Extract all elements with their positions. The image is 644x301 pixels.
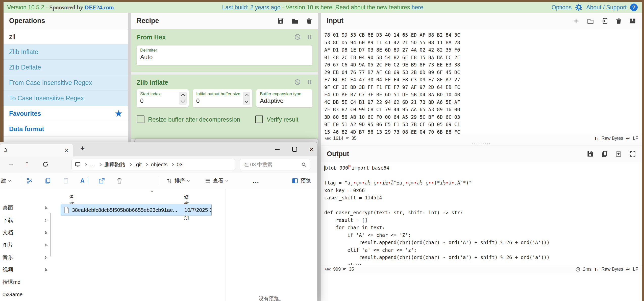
category-data-format[interactable]: Data format	[4, 121, 128, 137]
options-button[interactable]: Options	[552, 4, 572, 11]
checkbox-box[interactable]	[137, 115, 144, 123]
file-row-selected[interactable]: 38eafdebfc8dcb5f505b8b6655eb23cb91ae... …	[61, 204, 212, 216]
output-encoding[interactable]: Raw Bytes	[602, 267, 623, 272]
breadcrumb-item[interactable]: .git	[135, 161, 142, 168]
output-code-line	[324, 202, 642, 209]
io-splitter-handle[interactable]: ·········	[321, 143, 642, 146]
category-favourites[interactable]: Favourites ★	[4, 106, 128, 121]
save-recipe-icon[interactable]	[277, 17, 284, 25]
clear-input-trash-icon[interactable]	[615, 17, 622, 25]
control-char: NUL	[348, 165, 352, 169]
operation-list-item[interactable]: Zlib Deflate	[4, 60, 128, 75]
breakpoint-pause-icon[interactable]	[307, 79, 312, 85]
maximize-button[interactable]	[292, 147, 297, 152]
breadcrumb-item[interactable]: objects	[151, 161, 168, 168]
view-button[interactable]: 查看	[205, 173, 228, 189]
input-settings-grid-icon[interactable]	[629, 17, 636, 25]
sidebar-item-7[interactable]: 授课md	[3, 277, 48, 287]
cut-scissors-icon[interactable]	[26, 173, 33, 189]
output-eol[interactable]: LF	[633, 267, 638, 272]
verify-result-checkbox[interactable]: Verify result	[255, 115, 298, 123]
notice-text: - Version 10 is here! Read about the new…	[281, 4, 412, 11]
search-icon[interactable]	[301, 162, 306, 167]
disable-op-icon[interactable]	[294, 79, 301, 85]
sidebar-item-1[interactable]: 桌面	[3, 203, 48, 212]
clear-recipe-trash-icon[interactable]	[306, 17, 312, 25]
here-link[interactable]: here	[412, 4, 423, 11]
operations-search-input[interactable]	[4, 33, 128, 41]
up-button[interactable]: ↑	[25, 159, 29, 168]
input-editor[interactable]: 78 01 9D 53 CB 6E D3 40 14 65 ED AF B8 B…	[321, 29, 642, 136]
sponsor-link[interactable]: DEF24.com	[85, 4, 114, 11]
open-folder-icon[interactable]	[587, 17, 594, 25]
delete-trash-icon[interactable]	[116, 173, 123, 189]
save-output-icon[interactable]	[587, 150, 594, 157]
input-encoding[interactable]: Raw Bytes	[602, 136, 623, 141]
breadcrumb-item[interactable]: …	[90, 161, 95, 168]
sidebar-item-5[interactable]: 音乐	[3, 253, 48, 262]
copy-icon[interactable]	[44, 173, 51, 189]
resize-buffer-checkbox[interactable]: Resize buffer after decompression	[137, 115, 240, 123]
explorer-tab[interactable]: 3 ×	[0, 144, 73, 156]
delimiter-field[interactable]: Delimiter Auto	[137, 45, 312, 65]
copy-output-icon[interactable]	[601, 150, 608, 157]
open-file-icon[interactable]	[601, 17, 608, 25]
gear-icon[interactable]	[575, 4, 583, 11]
share-icon[interactable]	[98, 173, 105, 189]
character-encoding-icon[interactable]: TT	[594, 136, 599, 141]
checkbox-box[interactable]	[255, 115, 263, 123]
forward-button[interactable]: →	[8, 159, 15, 168]
breadcrumb-item[interactable]: 03	[177, 161, 183, 168]
close-button[interactable]: ×	[310, 146, 314, 153]
eol-return-icon[interactable]: ↵	[626, 267, 630, 272]
preview-pane-divider[interactable]	[226, 189, 226, 301]
preview-toggle[interactable]: 预览	[292, 173, 311, 189]
breakpoint-pause-icon[interactable]	[307, 34, 312, 40]
star-icon[interactable]: ★	[115, 109, 122, 118]
eol-return-icon[interactable]: ↵	[626, 136, 630, 141]
sidebar-item-4[interactable]: 图片	[3, 240, 48, 249]
number-spinner[interactable]	[179, 92, 187, 105]
sort-button[interactable]: 排序	[166, 173, 189, 189]
sidebar-item-8[interactable]: 0xGame	[3, 290, 48, 299]
help-icon[interactable]: ?	[630, 4, 638, 11]
address-bar[interactable]: …删库跑路.gitobjects03	[71, 159, 235, 170]
new-tab-button[interactable]: +	[80, 144, 85, 153]
more-options-button[interactable]: …	[253, 173, 259, 189]
character-encoding-icon[interactable]: TT	[594, 267, 599, 272]
operation-list-item[interactable]: From Case Insensitive Regex	[4, 75, 128, 90]
breadcrumb-separator-icon	[98, 163, 102, 166]
number-spinner[interactable]	[243, 92, 250, 105]
breadcrumb-item[interactable]: 删库跑路	[104, 161, 126, 168]
minimize-button[interactable]	[275, 149, 280, 150]
tab-close-icon[interactable]: ×	[64, 147, 69, 154]
expansion-type-select[interactable]: Buffer expansion type Adaptive	[256, 89, 312, 107]
new-button[interactable]: 建	[1, 173, 11, 189]
disable-op-icon[interactable]	[294, 34, 301, 40]
recipe-op-from-hex[interactable]: From Hex Delimiter Auto	[131, 29, 318, 72]
open-output-in-tab-icon[interactable]	[615, 150, 622, 157]
sidebar-item-label: 图片	[3, 241, 13, 248]
start-index-field[interactable]: Start index 0	[137, 89, 189, 107]
add-input-icon[interactable]	[573, 17, 580, 25]
search-box[interactable]: 在 03 中搜索	[240, 159, 310, 170]
about-support-button[interactable]: About / Support	[586, 4, 627, 11]
input-hex-line: 53 8C D5 94 60 A9 11 41 42 21 5D 55 08 1…	[324, 39, 642, 47]
maximize-output-icon[interactable]	[629, 150, 636, 157]
buffer-size-field[interactable]: Initial output buffer size 0	[193, 89, 252, 107]
input-eol[interactable]: LF	[633, 136, 638, 141]
output-editor[interactable]: blob 990NULimport base64 flag = "ä¸•ç»•ä…	[321, 162, 642, 267]
operation-list-item[interactable]: Zlib Inflate	[4, 44, 128, 60]
sidebar-scrollbar[interactable]	[50, 213, 51, 257]
recipe-op-zlib-inflate[interactable]: Zlib Inflate Start index 0 Initial outpu…	[131, 75, 318, 139]
sidebar-item-2[interactable]: 下载	[3, 216, 48, 225]
load-recipe-folder-icon[interactable]	[291, 17, 299, 25]
refresh-button[interactable]	[42, 161, 49, 168]
sidebar-item-3[interactable]: 文档	[3, 228, 48, 237]
favourites-label: Favourites	[9, 110, 41, 117]
rename-icon[interactable]: A	[80, 173, 88, 189]
explorer-titlebar[interactable]: 3 × + ×	[0, 142, 317, 156]
operation-list-item[interactable]: To Case Insensitive Regex	[4, 90, 128, 106]
last-build-link[interactable]: Last build: 2 years ago	[222, 4, 280, 11]
sidebar-item-6[interactable]: 视频	[3, 265, 48, 274]
